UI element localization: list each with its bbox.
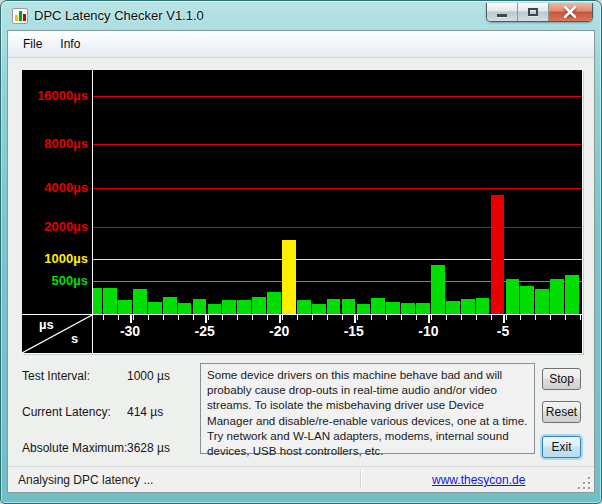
x-axis-tick: [163, 315, 164, 320]
close-icon: [563, 6, 577, 18]
info-box: Some device drivers on this machine beha…: [200, 363, 535, 454]
latency-bar: [237, 300, 251, 314]
status-bar: Analysing DPC latency ... www.thesycon.d…: [8, 466, 594, 492]
maximize-button[interactable]: [518, 3, 549, 21]
x-axis-tick: [178, 315, 179, 320]
latency-bar: [431, 265, 445, 314]
x-axis-tick: [297, 315, 298, 320]
gridline-label: 8000µs: [26, 137, 88, 150]
resize-grip[interactable]: [576, 475, 591, 490]
x-axis-tick: [431, 315, 432, 320]
x-axis-tick: [416, 315, 417, 320]
x-axis-tick-label: -10: [406, 323, 450, 339]
x-axis-tick: [208, 315, 209, 320]
x-axis-tick: [550, 315, 551, 320]
latency-bar: [297, 300, 311, 314]
x-axis-tick: [327, 315, 328, 320]
status-separator: [360, 470, 361, 489]
x-unit-label: s: [71, 331, 78, 346]
stat-label: Test Interval:: [22, 369, 90, 383]
x-axis-tick: [476, 315, 477, 320]
y-unit-label: µs: [39, 317, 54, 332]
thesycon-link[interactable]: www.thesycon.de: [432, 473, 525, 487]
x-axis-tick: [267, 315, 268, 320]
latency-bar: [506, 279, 520, 314]
stat-value: 3628 µs: [127, 441, 170, 455]
gridline-label: 1000µs: [26, 252, 88, 265]
latency-bar: [550, 279, 564, 314]
x-axis-tick: [282, 315, 283, 320]
latency-bar: [386, 302, 400, 314]
x-axis-tick: [193, 315, 194, 320]
x-axis-tick-label: -30: [108, 323, 152, 339]
latency-bar: [178, 303, 192, 314]
x-axis-tick: [237, 315, 238, 320]
menu-item-info[interactable]: Info: [51, 33, 89, 55]
x-axis-tick-label: -25: [183, 323, 227, 339]
latency-bar: [401, 303, 415, 314]
latency-bar: [491, 195, 505, 314]
gridline-label: 16000µs: [26, 89, 88, 102]
x-axis-tick: [461, 315, 462, 320]
x-axis-tick-label: -15: [332, 323, 376, 339]
latency-bar: [520, 286, 534, 314]
caption-buttons: [486, 3, 593, 22]
x-axis-tick: [506, 315, 507, 320]
latency-bar: [267, 292, 281, 314]
x-axis-major-tick: [354, 315, 356, 323]
reset-button[interactable]: Reset: [542, 401, 581, 423]
close-button[interactable]: [549, 3, 592, 21]
menu-bar: FileInfo: [8, 31, 594, 58]
x-axis-tick: [565, 315, 566, 320]
maximize-icon: [528, 8, 538, 16]
latency-bar: [476, 298, 490, 314]
latency-chart: µs s 16000µs8000µs4000µs2000µs1000µs500µ…: [22, 70, 583, 354]
latency-bar: [342, 299, 356, 314]
x-axis-tick: [342, 315, 343, 320]
x-axis-tick: [446, 315, 447, 320]
x-axis-tick: [580, 315, 581, 320]
exit-button[interactable]: Exit: [542, 436, 581, 458]
stat-value: 414 µs: [127, 405, 163, 419]
x-axis-major-tick: [279, 315, 281, 323]
x-axis-tick: [401, 315, 402, 320]
app-window: DPC Latency Checker V1.1.0 FileInfo µs s…: [0, 0, 602, 504]
gridline-1000us: [93, 259, 582, 260]
latency-bar: [208, 304, 222, 314]
x-axis-tick-label: -20: [257, 323, 301, 339]
x-axis-line: [22, 314, 583, 315]
x-axis-major-tick: [428, 315, 430, 323]
x-axis-tick: [148, 315, 149, 320]
gridline-label: 4000µs: [26, 181, 88, 194]
x-axis-tick: [371, 315, 372, 320]
app-icon: [12, 8, 28, 24]
titlebar[interactable]: DPC Latency Checker V1.1.0: [1, 1, 601, 30]
x-axis-tick: [535, 315, 536, 320]
latency-bar: [535, 289, 549, 314]
x-axis-tick: [252, 315, 253, 320]
x-axis-tick: [491, 315, 492, 320]
gridline-label: 500µs: [26, 274, 88, 287]
latency-bar: [282, 240, 296, 314]
latency-bar: [163, 297, 177, 314]
latency-bar: [222, 300, 236, 314]
latency-bar: [461, 299, 475, 314]
x-axis-major-tick: [130, 315, 132, 323]
minimize-button[interactable]: [487, 3, 518, 21]
latency-bar: [312, 304, 326, 314]
latency-bar: [103, 288, 117, 314]
window-title: DPC Latency Checker V1.1.0: [34, 8, 204, 23]
gridline-8000us: [93, 144, 582, 145]
x-axis-major-tick: [205, 315, 207, 323]
client-area: FileInfo µs s 16000µs8000µs4000µs2000µs1…: [7, 30, 595, 493]
gridline-label: 2000µs: [26, 220, 88, 233]
x-axis-tick: [357, 315, 358, 320]
latency-bar: [118, 300, 132, 314]
gridline-4000us: [93, 188, 582, 189]
menu-item-file[interactable]: File: [14, 33, 51, 55]
latency-bar: [148, 302, 162, 314]
stat-value: 1000 µs: [127, 369, 170, 383]
stop-button[interactable]: Stop: [542, 368, 581, 390]
latency-bar: [193, 299, 207, 314]
gridline-2000us: [93, 227, 582, 228]
